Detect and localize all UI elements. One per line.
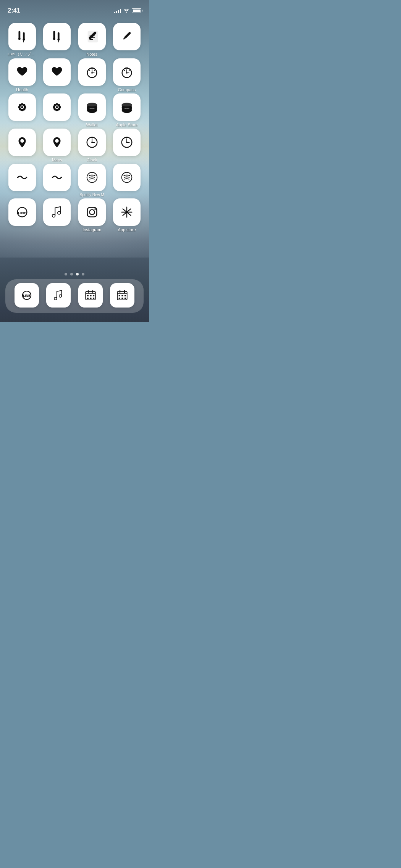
lips2-icon[interactable] <box>43 23 71 50</box>
svg-point-58 <box>122 103 132 107</box>
dock-line-icon[interactable]: LINE <box>15 283 39 308</box>
svg-rect-106 <box>90 298 91 299</box>
app-capcut2[interactable] <box>42 164 72 197</box>
svg-point-85 <box>89 209 94 214</box>
svg-rect-107 <box>93 298 94 299</box>
flower1-icon[interactable] <box>8 93 36 121</box>
appstore1-label: App store <box>118 227 136 232</box>
dock-music[interactable] <box>45 283 72 309</box>
svg-point-73 <box>56 177 58 178</box>
app-lips1[interactable]: LIPS（リップス） <box>7 23 37 57</box>
app-health1[interactable]: Health <box>7 58 37 92</box>
svg-point-96 <box>54 297 57 300</box>
app-spotify2[interactable] <box>112 164 142 197</box>
status-icons <box>114 8 141 14</box>
svg-rect-112 <box>119 295 120 296</box>
line1-icon[interactable]: LINE <box>8 198 36 226</box>
battery-icon <box>132 8 141 13</box>
dock-cal1[interactable] <box>77 283 104 309</box>
dot-4[interactable] <box>82 273 84 275</box>
app-spotify1[interactable]: Spotify New M <box>77 164 107 197</box>
spotify2-icon[interactable] <box>113 164 141 191</box>
app-line1[interactable]: LINE <box>7 198 37 232</box>
capcut2-icon[interactable] <box>43 164 71 191</box>
svg-text:LINE: LINE <box>18 211 26 215</box>
maps1-icon[interactable] <box>8 129 36 156</box>
app-compass1[interactable]: Compass <box>112 58 142 92</box>
health2-icon[interactable] <box>43 58 71 86</box>
instagram1-icon[interactable] <box>78 198 106 226</box>
app-flower2[interactable] <box>42 93 72 127</box>
spotify1-icon[interactable] <box>78 164 106 191</box>
app-lips2[interactable] <box>42 23 72 57</box>
status-bar: 2:41 <box>0 0 149 19</box>
svg-point-69 <box>17 177 19 178</box>
dot-1[interactable] <box>65 273 67 275</box>
svg-rect-114 <box>125 295 126 296</box>
app-wallet1[interactable]: Wallet <box>77 93 107 127</box>
health1-icon[interactable] <box>8 58 36 86</box>
status-time: 2:41 <box>8 7 20 14</box>
app-row-1: LIPS（リップス） <box>7 23 142 57</box>
notes2-icon[interactable] <box>113 23 141 50</box>
alarm1-icon[interactable] <box>78 58 106 86</box>
app-notes1[interactable]: Notes <box>77 23 107 57</box>
dock-cal2-icon[interactable] <box>110 283 134 308</box>
app-music1[interactable] <box>42 198 72 232</box>
app-alarm1[interactable] <box>77 58 107 92</box>
svg-point-86 <box>94 208 96 210</box>
music1-icon[interactable] <box>43 198 71 226</box>
app-clock2[interactable] <box>112 129 142 162</box>
svg-rect-102 <box>87 295 88 296</box>
svg-line-26 <box>123 69 125 71</box>
svg-rect-103 <box>90 295 91 296</box>
app-applestore1[interactable]: Apple Store <box>112 93 142 127</box>
app-row-3: Wallet Apple Store <box>7 93 142 127</box>
app-row-5: Spotify New M <box>7 164 142 197</box>
clock1-icon[interactable] <box>78 129 106 156</box>
dot-2[interactable] <box>70 273 73 275</box>
page-dots <box>0 269 149 279</box>
svg-point-53 <box>87 103 97 107</box>
app-clock1[interactable]: Clock <box>77 129 107 162</box>
svg-point-64 <box>91 142 93 143</box>
app-instagram1[interactable]: Instagram <box>77 198 107 232</box>
svg-point-76 <box>122 172 132 183</box>
dock-cal1-icon[interactable] <box>78 283 103 308</box>
svg-rect-12 <box>124 32 131 39</box>
wifi-icon <box>123 8 129 14</box>
dock-music-icon[interactable] <box>46 283 71 308</box>
applestore1-icon[interactable] <box>113 93 141 121</box>
app-appstore1[interactable]: App store <box>112 198 142 232</box>
app-maps1[interactable] <box>7 129 37 162</box>
notes1-label: Notes <box>86 52 97 56</box>
svg-point-83 <box>58 211 61 214</box>
notes1-icon[interactable] <box>78 23 106 50</box>
clock2-icon[interactable] <box>113 129 141 156</box>
svg-point-75 <box>87 172 97 183</box>
dot-3[interactable] <box>76 273 79 275</box>
flower2-icon[interactable] <box>43 93 71 121</box>
maps2-icon[interactable] <box>43 129 71 156</box>
app-notes2[interactable] <box>112 23 142 57</box>
app-capcut1[interactable] <box>7 164 37 197</box>
compass1-icon[interactable] <box>113 58 141 86</box>
capcut1-icon[interactable] <box>8 164 36 191</box>
svg-point-60 <box>55 139 59 143</box>
instagram1-label: Instagram <box>82 227 101 232</box>
dock: LINE <box>5 279 144 313</box>
svg-rect-113 <box>122 295 123 296</box>
app-maps2[interactable]: Maps <box>42 129 72 162</box>
app-flower1[interactable] <box>7 93 37 127</box>
dock-cal2[interactable] <box>108 283 136 309</box>
dock-line[interactable]: LINE <box>13 283 40 309</box>
svg-line-93 <box>57 290 62 291</box>
lips1-icon[interactable] <box>8 23 36 50</box>
appstore1-icon[interactable] <box>113 198 141 226</box>
app-grid: LIPS（リップス） <box>0 19 149 269</box>
wallet1-icon[interactable] <box>78 93 106 121</box>
app-health2[interactable] <box>42 58 72 92</box>
wallet1-label: Wallet <box>86 122 98 127</box>
svg-point-97 <box>59 295 62 297</box>
svg-rect-115 <box>119 298 120 299</box>
